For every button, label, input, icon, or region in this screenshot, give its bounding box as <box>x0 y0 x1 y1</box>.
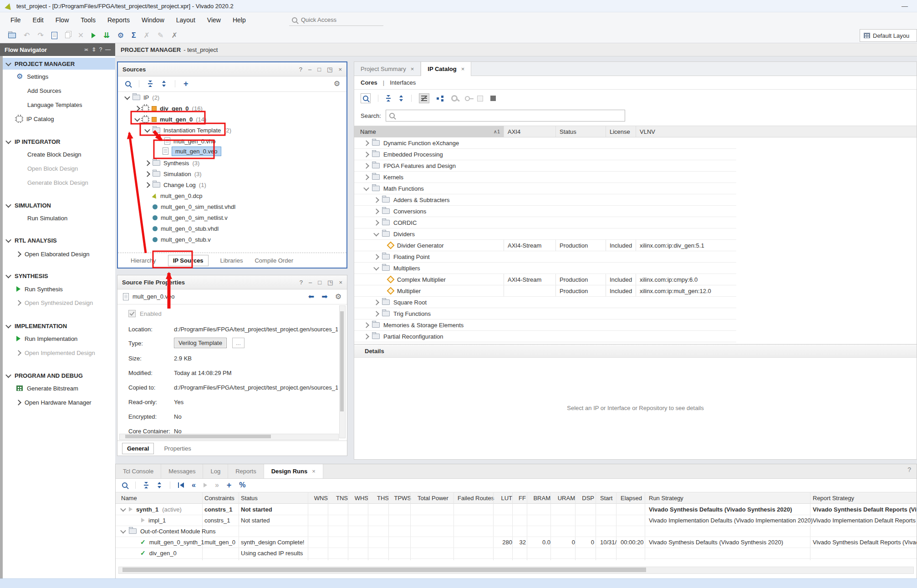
sidebar-item-generate-bitstream[interactable]: Generate Bitstream <box>3 382 115 394</box>
sidebar-item-settings[interactable]: ⚙ Settings <box>3 71 115 82</box>
column-header-dsp[interactable]: DSP <box>576 492 594 503</box>
maximize-icon[interactable]: □ <box>317 66 321 73</box>
chevron-right-icon[interactable] <box>134 106 140 112</box>
column-header-license[interactable]: License <box>606 126 640 137</box>
gear-icon[interactable]: ⚙ <box>334 80 340 87</box>
tree-item-mult-gen-0[interactable]: mult_gen_0 (14) <box>119 114 346 125</box>
checkbox-checked-icon[interactable] <box>128 310 136 317</box>
column-header-total-power[interactable]: Total Power <box>418 492 448 503</box>
back-arrow-icon[interactable]: ⬅ <box>308 292 314 301</box>
sidebar-item-add-sources[interactable]: Add Sources <box>3 85 115 96</box>
scrollbar-thumb[interactable] <box>122 568 646 572</box>
chevron-down-icon[interactable] <box>363 185 369 191</box>
tab-log[interactable]: Log <box>203 464 228 478</box>
chevron-down-icon[interactable] <box>124 94 130 100</box>
chevron-right-icon[interactable] <box>363 140 369 146</box>
tab-project-summary[interactable]: Project Summary × <box>354 62 421 76</box>
close-icon[interactable]: × <box>339 279 342 286</box>
chip-icon[interactable] <box>477 96 483 101</box>
chevron-down-icon[interactable] <box>120 506 126 512</box>
chevron-down-icon[interactable] <box>134 116 140 122</box>
sidebar-item-run-synthesis[interactable]: Run Synthesis <box>3 283 115 295</box>
run-disabled-icon[interactable] <box>204 483 207 487</box>
column-header-axi4[interactable]: AXI4 <box>504 126 560 137</box>
column-header-tns[interactable]: TNS <box>329 492 348 503</box>
quick-access-input[interactable] <box>300 16 370 24</box>
search-icon[interactable] <box>125 81 131 86</box>
close-icon[interactable]: × <box>461 66 465 72</box>
details-section-header[interactable]: Details <box>354 344 917 358</box>
sidebar-item-language-templates[interactable]: Language Templates <box>3 99 115 111</box>
type-browse-button[interactable]: ... <box>232 338 245 348</box>
flow-navigator-header-icons[interactable]: ≍ ⇕ ? — <box>84 46 111 53</box>
document-icon[interactable] <box>51 32 57 39</box>
stop-icon[interactable] <box>490 96 496 101</box>
float-icon[interactable]: ◳ <box>327 279 333 286</box>
collapse-all-icon[interactable] <box>386 95 391 101</box>
search-icon[interactable] <box>361 93 371 103</box>
tree-item-synthesis[interactable]: Synthesis (3) <box>119 157 346 168</box>
tab-ip-catalog[interactable]: IP Catalog × <box>421 62 471 76</box>
enabled-checkbox-row[interactable]: Enabled <box>128 310 162 317</box>
catalog-row-math-functions[interactable]: Math Functions <box>354 183 736 194</box>
column-header-bram[interactable]: BRAM <box>527 492 550 503</box>
tab-compile-order[interactable]: Compile Order <box>255 257 293 264</box>
menu-file[interactable]: File <box>5 16 27 24</box>
type-dropdown[interactable]: Verilog Template <box>174 338 227 348</box>
column-header-wns[interactable]: WNS <box>309 492 328 503</box>
catalog-search-box[interactable] <box>386 110 625 122</box>
delete-icon[interactable]: ✕ <box>78 32 84 39</box>
percent-icon[interactable]: % <box>239 482 245 489</box>
chevron-right-icon[interactable] <box>363 152 369 157</box>
tree-item-stub-v[interactable]: mult_gen_0_stub.v <box>119 234 346 245</box>
tree-item-mult-gen-0-dcp[interactable]: mult_gen_0.dcp <box>119 190 346 201</box>
column-header-status[interactable]: Status <box>241 492 258 503</box>
close-icon[interactable]: × <box>312 468 316 475</box>
catalog-row-complex-multiplier[interactable]: Complex Multiplier AXI4-Stream Productio… <box>354 274 736 285</box>
chevron-right-icon[interactable] <box>373 254 379 260</box>
search-icon[interactable] <box>122 482 127 488</box>
chevron-down-icon[interactable] <box>373 230 379 236</box>
menu-flow[interactable]: Flow <box>50 16 75 24</box>
subtab-cores[interactable]: Cores <box>361 79 377 86</box>
catalog-search-input[interactable] <box>397 112 622 120</box>
column-header-uram[interactable]: URAM <box>551 492 575 503</box>
sidebar-item-generate-block-design[interactable]: Generate Block Design <box>3 177 115 188</box>
sidebar-section-program-and-debug[interactable]: PROGRAM AND DEBUG <box>3 370 115 381</box>
tree-item-sim-netlist-v[interactable]: mult_gen_0_sim_netlist.v <box>119 212 346 223</box>
help-icon[interactable]: ? <box>299 66 302 73</box>
run-row-mult-gen-0-synth-1[interactable]: ✓ mult_gen_0_synth_1 mult_gen_0 synth_de… <box>116 537 917 548</box>
wrench-icon[interactable] <box>451 95 458 101</box>
chevron-right-icon[interactable] <box>373 299 379 305</box>
chevron-right-icon[interactable] <box>144 182 150 188</box>
redo-icon[interactable]: ↷ <box>37 32 43 39</box>
catalog-row-multipliers[interactable]: Multipliers <box>354 263 736 274</box>
column-header-tpws[interactable]: TPWS <box>389 492 411 503</box>
catalog-row-embedded-processing[interactable]: Embedded Processing <box>354 149 736 160</box>
catalog-row-dividers[interactable]: Dividers <box>354 228 736 240</box>
tree-item-ip[interactable]: IP (2) <box>119 92 346 103</box>
column-header-lut[interactable]: LUT <box>494 492 512 503</box>
collapse-all-icon[interactable] <box>148 81 153 87</box>
step-icon[interactable]: ⇊ <box>103 32 109 39</box>
group-by-hierarchy-icon[interactable] <box>437 96 444 101</box>
chevron-right-icon[interactable] <box>363 334 369 340</box>
create-run-icon[interactable]: + <box>227 481 232 489</box>
settings-gear-icon[interactable]: ⚙ <box>117 32 124 39</box>
catalog-row-cordic[interactable]: CORDIC <box>354 217 736 228</box>
column-header-whs[interactable]: WHS <box>348 492 368 503</box>
sidebar-section-project-manager[interactable]: PROJECT MANAGER <box>3 58 115 70</box>
properties-panel-header[interactable]: Source File Properties ? – □ ◳ × <box>117 275 347 289</box>
column-header-run-strategy[interactable]: Run Strategy <box>649 492 683 503</box>
chevron-right-icon[interactable] <box>373 220 379 226</box>
panel-window-buttons[interactable]: ? – □ ◳ × <box>299 66 342 73</box>
clear-marks-icon[interactable]: ✗ <box>171 32 177 39</box>
scrollbar-thumb[interactable] <box>125 435 271 438</box>
chevron-right-icon[interactable] <box>363 163 369 169</box>
catalog-row-trig-functions[interactable]: Trig Functions <box>354 308 736 319</box>
horizontal-scrollbar[interactable] <box>119 434 339 440</box>
sidebar-item-run-implementation[interactable]: Run Implementation <box>3 333 115 345</box>
tab-reports[interactable]: Reports <box>228 464 264 478</box>
tab-messages[interactable]: Messages <box>161 464 203 478</box>
tree-item-mult-gen-0-vho[interactable]: mult_gen_0.vho <box>119 136 346 147</box>
